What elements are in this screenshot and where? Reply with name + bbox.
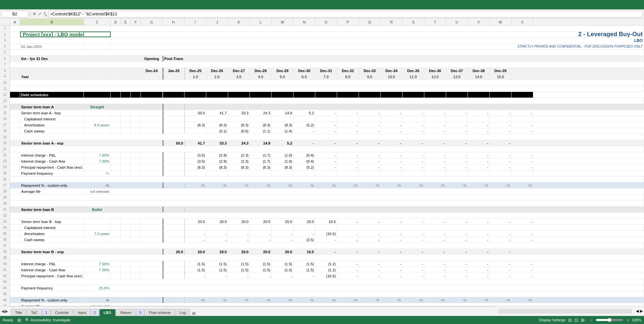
dec37-header: Dec-37 [446,68,468,73]
formula-input[interactable] [48,11,643,17]
tab-controls[interactable]: Controls [51,309,73,316]
row-5: 5 [0,50,644,56]
row-num-7: 7 [0,62,10,67]
col-D[interactable]: D [111,19,121,25]
row-6-headers: 6 €m - fye 31 Dec Opening Post-Trans [0,56,644,62]
row-8-periods: 8 Dec-24 Jan-25 Dec-25 Dec-26 Dec-27 Dec… [0,68,644,74]
col-G[interactable]: G [141,19,163,25]
page-layout-view-icon[interactable]: ⊡ [575,318,578,323]
scroll-left-icon[interactable]: ◀ [636,309,639,313]
tab-return[interactable]: Return [116,309,136,316]
row-26: 26 [0,176,644,182]
col-T[interactable]: T [424,19,446,25]
col-C[interactable]: C [84,19,111,25]
tab-toc[interactable]: ToC [26,309,42,316]
col-A[interactable]: A [10,19,20,25]
tab-1[interactable]: 1 [42,309,50,316]
row-7: 7 [0,62,644,68]
row-38: 38 Senior term loan B - eop 20.0 20.0 20… [0,249,644,255]
row-num-14: 14 [0,104,10,110]
page-layout-icon[interactable]: ⊞ [17,318,21,323]
zoom-minus-icon[interactable]: − [590,318,592,322]
col-I[interactable]: I [184,19,206,25]
row-num-18: 18 [0,128,10,134]
row-13: 13 [0,98,644,104]
sheet-prev-icon[interactable]: ◀ [1,309,4,314]
col-L[interactable]: L [250,19,272,25]
add-sheet-button[interactable]: ⊕ [192,311,196,316]
normal-view-icon[interactable]: ⊟ [568,318,572,323]
row-num-2: 2 [0,32,10,37]
row-25: 25 Payment frequency -% [0,170,644,176]
col-S[interactable]: S [402,19,424,25]
row-30: 30 [0,201,644,207]
row-17-amortisation: 17 Amortisation 6.0 years (8.3) (8.3) (8… [0,122,644,128]
row-34: 34 Capitalised interest [0,225,644,231]
row-46: 46 Repayment % - custom only -% -% -% -%… [0,297,644,303]
row-27: 27 Repayment % - custom only -% -% -% -%… [0,182,644,188]
row-36: 36 Cash sweep - - - - - (3.5) - - - - - … [0,237,644,243]
col-R[interactable]: R [381,19,402,25]
col-H[interactable]: H [163,19,184,25]
row-1: 1 [0,25,644,32]
senior-a-label: Senior term loan A [20,104,84,110]
zoom-thumb[interactable] [607,318,611,322]
col-W[interactable]: W [490,19,512,25]
col-U[interactable]: U [446,19,468,25]
confirm-icon[interactable]: ✓ [38,11,42,16]
jan25-header: Jan-25 [163,68,184,73]
page-break-view-icon[interactable]: ⊞ [581,318,585,323]
sheet-tabs: Title ToC 1 Controls Input 2 LBO Return … [9,306,495,316]
row-28: 28 Average life not relevant [0,188,644,195]
row-41: 41 Interest charge - Cash flow 7.50% (1.… [0,267,644,273]
tab-title[interactable]: Title [11,309,26,316]
model-title: 2 - Leveraged Buy-Out [578,32,643,37]
scroll-right-icon[interactable]: ▶ [640,309,643,313]
col-F[interactable]: F [131,19,141,25]
accessibility-label[interactable]: 🔍 Accessibility: Investigate [25,318,71,322]
col-K[interactable]: K [228,19,250,25]
col-Q[interactable]: Q [359,19,381,25]
col-E[interactable]: E [121,19,131,25]
dec35-header: Dec-35 [402,68,424,73]
column-header-row: A B C D E F G H I J K L M N O P Q R S T … [0,19,644,25]
row-num-3: 3 [0,38,10,43]
col-B[interactable]: B [20,19,84,25]
tab-log[interactable]: Log [175,309,190,316]
tab-3[interactable]: 3 [136,309,144,316]
debt-section-label: Debt schedules [20,92,84,98]
col-N[interactable]: N [293,19,315,25]
project-title[interactable]: Project [xxx] - LBO model [20,32,111,37]
tab-flow-scheme[interactable]: Flow scheme [145,309,175,316]
zoom-plus-icon[interactable]: + [627,318,629,322]
cell-reference[interactable] [1,11,28,17]
function-icon[interactable]: fx [44,11,47,17]
row-45: 45 [0,291,644,297]
zoom-level: 100% [632,318,641,322]
col-V[interactable]: V [468,19,490,25]
display-settings-label[interactable]: Display Settings [539,318,566,322]
row-10: 10 [0,80,644,86]
row-4: 4 02-Jan-2025 STRICTLY PRIVATE AND CONFI… [0,44,644,50]
tab-2[interactable]: 2 [91,309,99,316]
col-X[interactable]: X [512,19,533,25]
col-O[interactable]: O [315,19,337,25]
row-16-cap-interest: 16 Capitalised interest [0,116,644,122]
tab-lbo[interactable]: LBO [99,309,116,316]
col-M[interactable]: M [272,19,293,25]
zoom-slider[interactable] [596,319,623,321]
row-29: 29 [0,195,644,201]
sheet-next-icon[interactable]: ▶ [5,309,8,314]
h-scrollbar[interactable] [498,309,632,314]
row-3: 3 LBO [0,38,644,44]
dec25-header: Dec-25 [184,68,206,73]
col-P[interactable]: P [337,19,359,25]
cancel-icon[interactable]: ✕ [33,11,36,16]
col-J[interactable]: J [206,19,228,25]
year-label: Year [20,74,84,79]
row-18-cash-sweep: 18 Cash sweep (0.1) (0.6) (1.1) (1.4) - … [0,128,644,134]
row-31-senior-b-label: 31 Senior term loan B Bullet [0,207,644,213]
tab-input[interactable]: Input [73,309,90,316]
row-num-16: 16 [0,116,10,122]
dec29-header: Dec-29 [272,68,293,73]
